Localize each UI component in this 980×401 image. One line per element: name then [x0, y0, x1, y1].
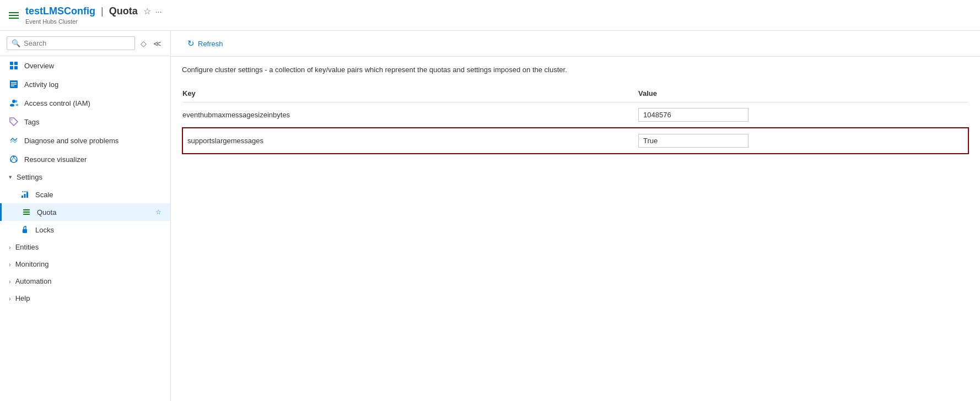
access-control-icon [9, 98, 19, 108]
sidebar-item-access-control[interactable]: Access control (IAM) [0, 94, 170, 112]
search-area: 🔍 ◇ ≪ [0, 31, 170, 56]
collapse-sidebar-icon[interactable]: ≪ [151, 38, 164, 49]
svg-rect-22 [23, 209, 30, 210]
sidebar: 🔍 ◇ ≪ Overview [0, 31, 171, 401]
header-title-row: testLMSConfig | Quota ☆ ··· [25, 6, 161, 17]
column-key-header: Key [182, 85, 638, 102]
svg-rect-1 [14, 62, 18, 65]
quota-icon [21, 207, 31, 217]
description-text: Configure cluster settings - a collectio… [182, 66, 969, 74]
svg-rect-5 [11, 82, 17, 83]
column-value-header: Value [638, 85, 968, 102]
sidebar-item-access-control-label: Access control (IAM) [24, 99, 90, 107]
activity-log-icon [9, 79, 19, 89]
main-content: ↻ Refresh Configure cluster settings - a… [171, 31, 980, 401]
row-2-key: supportslargemessages [182, 128, 638, 154]
overview-icon [9, 61, 19, 71]
sidebar-section-help[interactable]: › Help [0, 290, 170, 307]
sidebar-section-automation[interactable]: › Automation [0, 273, 170, 290]
sidebar-item-resource-visualizer-label: Resource visualizer [24, 155, 87, 164]
row-1-value-input[interactable] [638, 108, 749, 122]
sidebar-item-overview[interactable]: Overview [0, 56, 170, 75]
sidebar-section-automation-label: Automation [15, 277, 52, 285]
sidebar-section-monitoring[interactable]: › Monitoring [0, 256, 170, 273]
automation-chevron-icon: › [9, 278, 11, 285]
sidebar-item-quota-label: Quota [37, 208, 56, 216]
sidebar-item-locks-label: Locks [35, 226, 54, 234]
top-header: testLMSConfig | Quota ☆ ··· Event Hubs C… [0, 0, 980, 31]
sidebar-item-locks[interactable]: Locks [0, 221, 170, 239]
sidebar-item-diagnose[interactable]: Diagnose and solve problems [0, 131, 170, 150]
sidebar-item-tags-label: Tags [24, 118, 39, 126]
row-2-value-cell [638, 128, 968, 154]
quota-table: Key Value eventhubmaxmessagesizeinbytes … [182, 85, 969, 154]
svg-line-17 [12, 158, 14, 161]
table-row: supportslargemessages [182, 128, 968, 154]
sidebar-section-settings-label: Settings [17, 173, 42, 181]
search-input[interactable] [24, 39, 130, 47]
svg-rect-3 [14, 66, 18, 69]
svg-point-14 [13, 156, 15, 158]
sidebar-item-quota[interactable]: Quota ☆ [0, 203, 170, 221]
resource-visualizer-icon [9, 154, 19, 164]
resource-type-label: Event Hubs Cluster [25, 18, 161, 25]
hamburger-menu-icon[interactable] [9, 12, 19, 19]
sidebar-item-diagnose-label: Diagnose and solve problems [24, 137, 119, 145]
refresh-label: Refresh [198, 40, 223, 48]
sidebar-section-entities-label: Entities [15, 243, 39, 251]
help-chevron-icon: › [9, 295, 11, 302]
sidebar-item-activity-log[interactable]: Activity log [0, 75, 170, 94]
page-title: Quota [109, 6, 138, 17]
svg-rect-7 [11, 85, 14, 86]
search-input-wrapper[interactable]: 🔍 [7, 36, 135, 50]
row-1-key: eventhubmaxmessagesizeinbytes [182, 102, 638, 128]
more-options-icon[interactable]: ··· [155, 7, 162, 16]
tags-icon [9, 117, 19, 127]
favorite-icon[interactable]: ☆ [143, 6, 151, 17]
sidebar-item-scale[interactable]: Scale [0, 186, 170, 203]
svg-line-18 [14, 158, 16, 161]
svg-rect-6 [11, 84, 17, 85]
monitoring-chevron-icon: › [9, 261, 11, 268]
svg-point-10 [15, 100, 18, 103]
svg-rect-2 [10, 66, 13, 69]
sidebar-item-tags[interactable]: Tags [0, 112, 170, 131]
sidebar-item-overview-label: Overview [24, 62, 54, 70]
svg-rect-23 [23, 212, 30, 213]
svg-point-11 [16, 104, 19, 106]
sidebar-item-scale-label: Scale [35, 191, 53, 199]
quota-favorite-icon[interactable]: ☆ [155, 208, 161, 216]
search-icon: 🔍 [12, 39, 20, 47]
svg-point-9 [10, 104, 14, 107]
sidebar-section-settings[interactable]: ▾ Settings [0, 169, 170, 186]
sidebar-collapse-icons: ◇ ≪ [138, 38, 164, 49]
sidebar-section-help-label: Help [15, 294, 30, 302]
refresh-button[interactable]: ↻ Refresh [182, 36, 229, 51]
sidebar-item-activity-log-label: Activity log [24, 80, 58, 89]
scale-icon [20, 189, 30, 199]
row-2-value-input[interactable] [638, 134, 749, 148]
svg-rect-25 [23, 229, 27, 233]
toolbar: ↻ Refresh [171, 31, 980, 57]
sidebar-item-resource-visualizer[interactable]: Resource visualizer [0, 150, 170, 169]
table-header-row: Key Value [182, 85, 968, 102]
panel-left-icon[interactable]: ◇ [138, 38, 149, 49]
svg-rect-24 [23, 214, 30, 215]
refresh-icon: ↻ [187, 39, 195, 48]
diagnose-icon [9, 136, 19, 145]
resource-name: testLMSConfig [25, 6, 95, 17]
svg-point-12 [12, 120, 13, 121]
svg-rect-20 [24, 194, 26, 198]
sidebar-section-monitoring-label: Monitoring [15, 260, 49, 268]
header-title-area: testLMSConfig | Quota ☆ ··· Event Hubs C… [25, 6, 161, 25]
content-body: Configure cluster settings - a collectio… [171, 57, 980, 163]
svg-rect-19 [21, 196, 23, 198]
sidebar-section-entities[interactable]: › Entities [0, 239, 170, 256]
entities-chevron-icon: › [9, 244, 11, 251]
settings-chevron-icon: ▾ [9, 174, 12, 181]
row-1-value-cell [638, 102, 968, 128]
table-row: eventhubmaxmessagesizeinbytes [182, 102, 968, 128]
svg-rect-0 [10, 62, 13, 65]
svg-rect-21 [26, 192, 28, 198]
header-separator: | [101, 6, 104, 17]
